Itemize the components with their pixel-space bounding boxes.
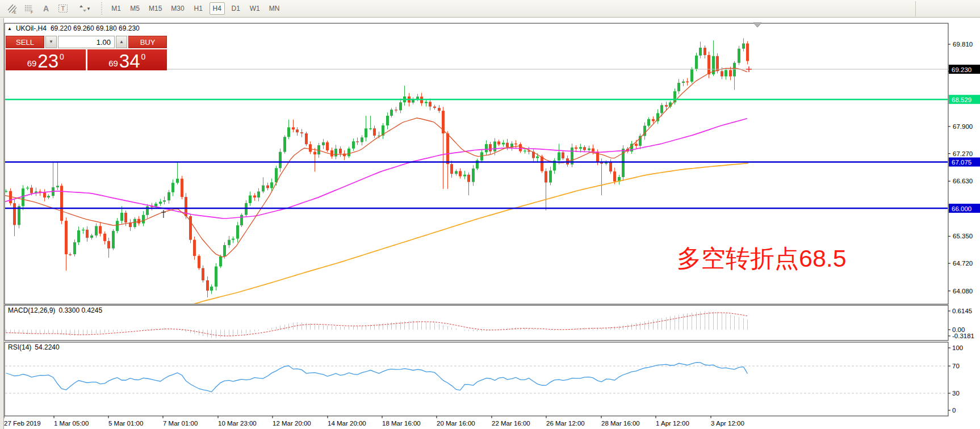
toolbar: E F A T bbox=[0, 0, 980, 18]
timeframe-bar: M1M5M15M30H1H4D1W1MN bbox=[107, 2, 284, 15]
volume-decrease-button[interactable]: ▼ bbox=[45, 36, 57, 48]
volume-input[interactable]: 1.00 bbox=[58, 36, 115, 48]
chart-annotation: 多空转折点68.5 bbox=[677, 242, 847, 275]
time-axis-label: 12 Mar 20:00 bbox=[273, 420, 311, 427]
chart-window: 69.81069.18067.90067.27066.63065.35064.7… bbox=[0, 18, 980, 429]
symbol-direction-icon: ▲ bbox=[7, 26, 12, 31]
timeframe-button-h4[interactable]: H4 bbox=[210, 2, 225, 15]
ohlc-readout: 69.220 69.260 69.180 69.230 bbox=[51, 24, 140, 32]
macd-axis-label: 0.6145 bbox=[952, 308, 972, 314]
time-axis-label: 1 Apr 12:00 bbox=[656, 420, 689, 427]
svg-text:A: A bbox=[43, 4, 49, 13]
symbol-period-label: UKOil-,H4 bbox=[16, 24, 47, 32]
timeframe-button-mn[interactable]: MN bbox=[266, 2, 283, 15]
arrange-tool-button[interactable]: ▾ bbox=[73, 2, 94, 15]
rsi-axis-label: 30 bbox=[952, 390, 960, 397]
price-tick-label: 66.630 bbox=[953, 178, 973, 184]
time-axis-label: 10 Mar 23:00 bbox=[218, 420, 257, 427]
macd-values: 0.3300 0.4245 bbox=[58, 306, 102, 314]
svg-text:66.000: 66.000 bbox=[952, 205, 971, 212]
timeframe-button-m1[interactable]: M1 bbox=[108, 2, 124, 15]
window-left-edge bbox=[0, 18, 4, 429]
symbol-header: ▲ UKOil-,H4 69.220 69.260 69.180 69.230 bbox=[7, 24, 140, 32]
price-badge: 66.000 bbox=[949, 204, 980, 213]
toolbar-divider bbox=[915, 1, 916, 16]
timeframe-button-m30[interactable]: M30 bbox=[168, 2, 187, 15]
time-axis-label: 1 Mar 05:00 bbox=[54, 420, 89, 427]
time-axis-label: 27 Feb 2019 bbox=[4, 420, 41, 427]
time-axis-label: 5 Mar 01:00 bbox=[108, 420, 143, 427]
macd-name: MACD(12,26,9) bbox=[8, 306, 55, 314]
time-axis-label: 20 Mar 16:00 bbox=[437, 420, 475, 427]
bid-main-digits: 23 bbox=[37, 53, 58, 69]
rsi-values: 54.2240 bbox=[35, 343, 59, 351]
svg-text:F: F bbox=[31, 10, 33, 14]
time-axis-label: 7 Mar 01:00 bbox=[163, 420, 198, 427]
svg-text:T: T bbox=[61, 5, 65, 12]
svg-text:69.230: 69.230 bbox=[952, 66, 971, 73]
price-tick-label: 67.270 bbox=[953, 150, 973, 157]
time-axis-label: 22 Mar 16:00 bbox=[492, 420, 530, 427]
sell-quote-box[interactable]: 69 23 0 bbox=[6, 49, 86, 70]
font-tool-button[interactable]: A bbox=[39, 2, 53, 15]
sell-button[interactable]: SELL bbox=[6, 36, 44, 48]
rsi-name: RSI(14) bbox=[8, 343, 31, 351]
text-label-icon: T bbox=[57, 3, 69, 14]
macd-plot-frame bbox=[5, 305, 948, 340]
price-tick-label: 64.080 bbox=[953, 288, 973, 295]
buy-button[interactable]: BUY bbox=[128, 36, 167, 48]
one-click-trading-panel: SELL ▼ 1.00 ▲ BUY 69 23 0 69 34 0 bbox=[6, 36, 167, 70]
trading-app-window: E F A T bbox=[0, 0, 980, 429]
caret-down-icon: ▾ bbox=[87, 6, 90, 11]
hatch-pattern-icon: E bbox=[6, 3, 18, 14]
timeframe-button-m5[interactable]: M5 bbox=[127, 2, 143, 15]
price-tick-label: 64.720 bbox=[953, 260, 973, 267]
macd-axis-label: -0.3181 bbox=[952, 333, 974, 339]
hatch-pattern-tool-button[interactable]: E bbox=[5, 2, 19, 15]
font-tool-icon: A bbox=[40, 3, 52, 14]
timeframe-button-w1[interactable]: W1 bbox=[247, 2, 263, 15]
grid-pattern-tool-button[interactable]: F bbox=[22, 2, 36, 15]
time-axis-label: 3 Apr 12:00 bbox=[711, 420, 744, 427]
time-axis-label: 28 Mar 16:00 bbox=[601, 420, 640, 427]
price-badge: 67.075 bbox=[949, 157, 980, 166]
time-axis-label: 18 Mar 16:00 bbox=[382, 420, 421, 427]
volume-increase-button[interactable]: ▲ bbox=[116, 36, 127, 48]
time-axis[interactable]: 27 Feb 20191 Mar 05:005 Mar 01:007 Mar 0… bbox=[4, 416, 744, 427]
rsi-label-row: RSI(14) 54.2240 bbox=[8, 343, 60, 351]
text-label-tool-button[interactable]: T bbox=[56, 2, 70, 15]
timeframe-button-d1[interactable]: D1 bbox=[228, 2, 244, 15]
rsi-axis-label: 0 bbox=[952, 407, 956, 414]
price-tick-label: 69.810 bbox=[953, 41, 973, 48]
rsi-axis-label: 100 bbox=[952, 344, 963, 351]
rsi-axis-label: 70 bbox=[952, 363, 960, 369]
toolbar-separator bbox=[101, 2, 102, 15]
time-axis-label: 26 Mar 12:00 bbox=[546, 420, 585, 427]
rsi-plot-frame bbox=[5, 342, 948, 416]
time-axis-label: 14 Mar 20:00 bbox=[328, 420, 366, 427]
ask-prefix: 69 bbox=[108, 59, 118, 69]
bid-superscript: 0 bbox=[60, 53, 64, 61]
price-tick-label: 67.900 bbox=[953, 123, 973, 130]
price-badge: 68.529 bbox=[949, 95, 980, 104]
price-badge: 69.230 bbox=[949, 65, 980, 74]
svg-text:68.529: 68.529 bbox=[952, 96, 971, 103]
price-tick-label: 65.350 bbox=[953, 233, 973, 239]
buy-quote-box[interactable]: 69 34 0 bbox=[87, 49, 167, 70]
grid-pattern-icon: F bbox=[23, 3, 35, 14]
macd-label-row: MACD(12,26,9) 0.3300 0.4245 bbox=[8, 306, 102, 314]
svg-text:67.075: 67.075 bbox=[952, 159, 971, 166]
timeframe-button-h1[interactable]: H1 bbox=[191, 2, 206, 15]
bid-prefix: 69 bbox=[27, 59, 37, 69]
ask-main-digits: 34 bbox=[119, 53, 140, 69]
timeframe-button-m15[interactable]: M15 bbox=[146, 2, 165, 15]
main-chart-canvas[interactable]: 69.81069.18067.90067.27066.63065.35064.7… bbox=[0, 18, 980, 429]
svg-text:E: E bbox=[14, 10, 16, 14]
ask-superscript: 0 bbox=[141, 53, 146, 61]
arrange-arrows-icon bbox=[77, 3, 89, 14]
